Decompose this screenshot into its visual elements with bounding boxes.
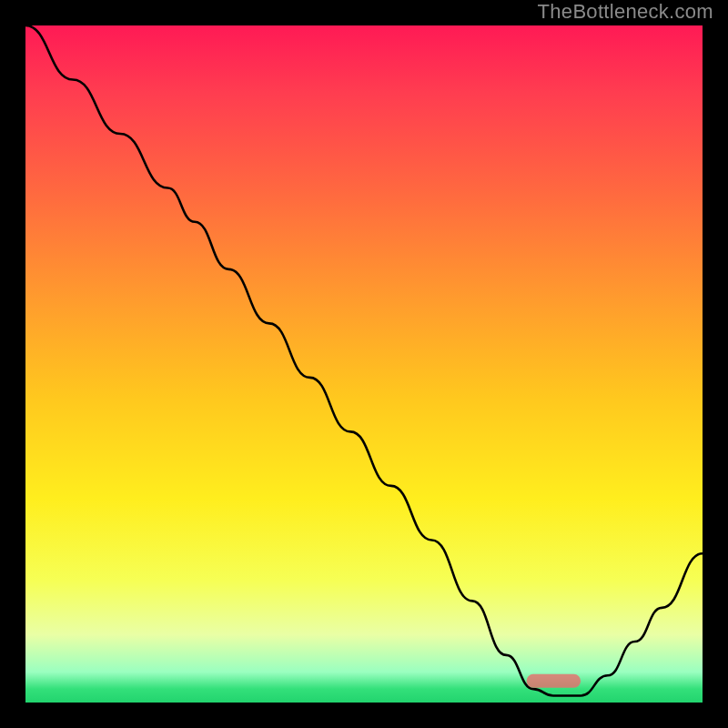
optimal-range-marker — [527, 674, 581, 688]
chart-area — [25, 25, 703, 703]
attribution-text: TheBottleneck.com — [538, 0, 713, 24]
chart-svg — [25, 25, 703, 703]
bottleneck-curve — [25, 25, 703, 696]
